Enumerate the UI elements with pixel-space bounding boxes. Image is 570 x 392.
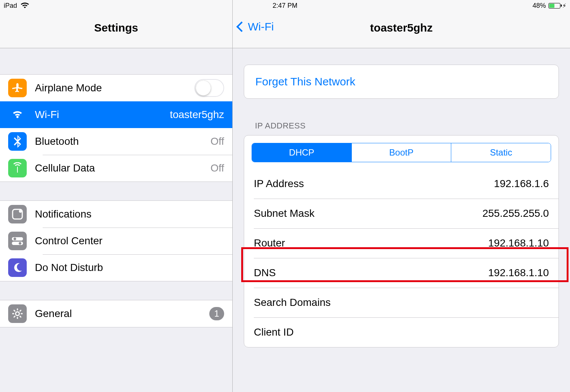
- row-label: Cellular Data: [35, 162, 210, 174]
- segment-static[interactable]: Static: [451, 143, 551, 162]
- detail-title: toaster5ghz: [233, 22, 570, 34]
- kv-value: 192.168.1.6: [494, 178, 549, 190]
- gear-icon: [8, 304, 27, 323]
- row-label: Notifications: [35, 208, 224, 220]
- row-label: Wi-Fi: [35, 109, 170, 121]
- cellular-icon: [8, 159, 27, 177]
- segment-dhcp[interactable]: DHCP: [252, 143, 351, 162]
- forget-network-card: Forget This Network: [244, 65, 559, 99]
- battery-percent: 48%: [533, 2, 546, 10]
- forget-network-button[interactable]: Forget This Network: [244, 65, 558, 98]
- kv-label: DNS: [254, 267, 488, 279]
- row-wifi[interactable]: Wi-Fi toaster5ghz: [0, 101, 232, 128]
- group-connectivity: Airplane Mode Wi-Fi toaster5ghz Bluetoot…: [0, 74, 232, 182]
- row-dns[interactable]: DNS 192.168.1.10: [244, 258, 558, 288]
- row-subnet-mask[interactable]: Subnet Mask 255.255.255.0: [244, 199, 558, 228]
- group-general: General 1: [0, 300, 232, 327]
- row-value: toaster5ghz: [170, 109, 224, 121]
- row-router[interactable]: Router 192.168.1.10: [244, 228, 558, 258]
- sidebar-title: Settings: [0, 22, 232, 34]
- kv-label: IP Address: [254, 178, 494, 190]
- notifications-icon: [8, 205, 27, 223]
- svg-point-3: [14, 238, 16, 240]
- row-ip-address[interactable]: IP Address 192.168.1.6: [244, 169, 558, 199]
- detail-pane: Wi-Fi toaster5ghz Forget This Network IP…: [233, 0, 570, 392]
- row-general[interactable]: General 1: [0, 300, 232, 327]
- row-client-id[interactable]: Client ID: [244, 317, 558, 347]
- svg-point-5: [19, 242, 22, 245]
- kv-label: Subnet Mask: [254, 208, 482, 219]
- settings-sidebar: Settings Airplane Mode Wi-Fi toaste: [0, 0, 233, 392]
- segment-bootp[interactable]: BootP: [351, 143, 451, 162]
- svg-point-6: [16, 312, 19, 316]
- svg-line-11: [14, 310, 15, 311]
- svg-point-1: [19, 210, 22, 213]
- kv-value: 192.168.1.10: [488, 267, 549, 279]
- svg-line-13: [14, 316, 15, 317]
- kv-label: Router: [254, 237, 488, 249]
- bluetooth-icon: [8, 132, 27, 151]
- status-bar: iPad 2:47 PM 48% ⚡︎: [0, 0, 570, 11]
- group-system: Notifications Control Center Do: [0, 200, 232, 281]
- kv-value: 192.168.1.10: [488, 237, 549, 249]
- general-badge: 1: [209, 307, 224, 320]
- row-label: Do Not Disturb: [35, 262, 224, 274]
- wifi-icon: [8, 105, 27, 124]
- control-center-icon: [8, 232, 27, 250]
- device-name: iPad: [4, 2, 17, 10]
- row-cellular[interactable]: Cellular Data Off: [0, 155, 232, 182]
- svg-line-12: [20, 316, 21, 317]
- row-search-domains[interactable]: Search Domains: [244, 288, 558, 317]
- row-do-not-disturb[interactable]: Do Not Disturb: [0, 254, 232, 281]
- row-bluetooth[interactable]: Bluetooth Off: [0, 128, 232, 155]
- wifi-signal-icon: [21, 3, 29, 9]
- ip-address-section-header: IP Address: [255, 121, 559, 131]
- row-notifications[interactable]: Notifications: [0, 201, 232, 228]
- row-value: Off: [210, 162, 224, 174]
- ip-mode-segmented-control: DHCP BootP Static: [252, 143, 551, 162]
- kv-value: 255.255.255.0: [482, 208, 549, 219]
- airplane-toggle[interactable]: [194, 79, 224, 97]
- row-control-center[interactable]: Control Center: [0, 228, 232, 254]
- ip-config-card: DHCP BootP Static IP Address 192.168.1.6…: [244, 135, 559, 347]
- row-label: Bluetooth: [35, 135, 210, 147]
- clock: 2:47 PM: [272, 2, 297, 10]
- svg-line-14: [20, 310, 21, 311]
- airplane-icon: [8, 79, 27, 97]
- row-value: Off: [210, 135, 224, 147]
- kv-label: Client ID: [254, 326, 549, 338]
- charging-icon: ⚡︎: [562, 2, 566, 9]
- row-airplane-mode[interactable]: Airplane Mode: [0, 75, 232, 101]
- moon-icon: [8, 258, 27, 277]
- row-label: Control Center: [35, 235, 224, 247]
- kv-label: Search Domains: [254, 297, 549, 308]
- battery-icon: [548, 3, 560, 9]
- row-label: General: [35, 308, 209, 320]
- row-label: Airplane Mode: [35, 82, 194, 94]
